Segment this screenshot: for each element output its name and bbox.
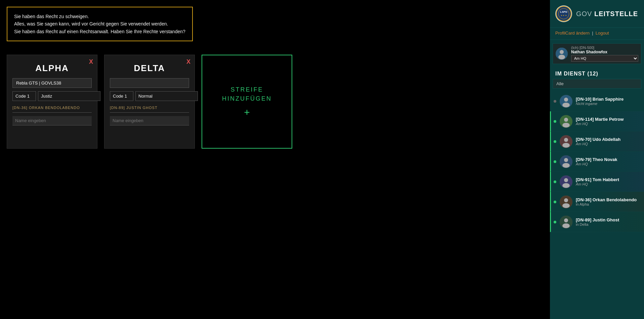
streife-card-delta: X DELTA [DN-89] JUSTIN GHOST xyxy=(104,55,195,149)
current-user-id-tag: (Ich) [DN-500] xyxy=(571,46,638,50)
svg-text:LSPD: LSPD xyxy=(560,10,567,13)
officer-avatar-dn79 xyxy=(560,155,572,168)
alpha-officer: [DN-36] ORKAN BENDOLABENDO xyxy=(12,106,92,113)
current-user-avatar xyxy=(556,48,568,60)
svg-point-21 xyxy=(562,183,570,188)
svg-point-11 xyxy=(564,118,568,122)
svg-text:★ ★ ★: ★ ★ ★ xyxy=(561,14,567,16)
miranda-line3: Sie haben das Recht auf einen Rechtsanwa… xyxy=(14,28,185,35)
sidebar-title-text: GOV LEITSTELLE xyxy=(576,10,638,18)
delta-officer: [DN-89] JUSTIN GHOST xyxy=(110,106,189,113)
officer-info-dn89: [DN-89] Justin Ghost in Delta xyxy=(576,217,641,226)
status-dot-dn89 xyxy=(554,221,556,223)
alle-filter-select[interactable]: Alle xyxy=(553,79,641,89)
svg-point-27 xyxy=(562,223,570,228)
officer-info-dn10: [DN-10] Brian Sapphire Nicht ingame xyxy=(576,97,641,106)
status-dot-dn91 xyxy=(554,180,556,183)
separator: | xyxy=(592,31,593,36)
sidebar-header: LSPD ★ ★ ★ GOV LEITSTELLE xyxy=(550,0,644,28)
delta-status-input[interactable] xyxy=(135,91,198,101)
alle-filter-wrap: Alle xyxy=(550,79,644,91)
svg-point-20 xyxy=(564,178,568,182)
officer-item-dn79[interactable]: [DN-79] Theo Novak Am HQ xyxy=(550,152,644,172)
svg-point-24 xyxy=(562,203,570,208)
logout-link[interactable]: Logout xyxy=(596,31,609,36)
officer-list: [DN-10] Brian Sapphire Nicht ingame [DN-… xyxy=(550,91,644,319)
officer-avatar-dn70 xyxy=(560,135,572,148)
add-streife-card[interactable]: STREIFE HINZUFÜGEN + xyxy=(202,55,292,149)
officer-avatar-dn91 xyxy=(560,175,572,188)
main-area: Sie haben das Recht zu schweigen. Alles,… xyxy=(0,0,550,319)
svg-point-17 xyxy=(564,158,568,162)
delta-title: DELTA xyxy=(110,63,189,73)
status-dot-dn114 xyxy=(554,120,556,123)
add-streife-title: STREIFE HINZUFÜGEN xyxy=(222,85,272,103)
status-dot-dn70 xyxy=(554,140,556,143)
close-delta-button[interactable]: X xyxy=(186,58,190,65)
gov-logo: LSPD ★ ★ ★ xyxy=(555,5,572,22)
officer-item-dn70[interactable]: [DN-70] Udo Abdellah Am HQ xyxy=(550,131,644,152)
delta-code-input[interactable] xyxy=(110,91,133,101)
profil-card-link[interactable]: ProfilCard ändern xyxy=(555,31,590,36)
add-streife-plus: + xyxy=(244,107,250,118)
alpha-title: ALPHA xyxy=(12,63,92,73)
streife-card-alpha: X ALPHA [DN-36] ORKAN BENDOLABENDO xyxy=(7,55,97,149)
officer-item-dn10[interactable]: [DN-10] Brian Sapphire Nicht ingame xyxy=(550,91,644,111)
svg-point-8 xyxy=(564,98,568,102)
delta-name-input[interactable] xyxy=(110,116,189,125)
officer-info-dn79: [DN-79] Theo Novak Am HQ xyxy=(576,157,641,166)
officer-item-dn91[interactable]: [DN-91] Tom Habbert Am HQ xyxy=(550,172,644,192)
alpha-code-input[interactable] xyxy=(12,91,36,101)
im-dienst-header: IM DIENST (12) xyxy=(550,67,644,79)
miranda-box: Sie haben das Recht zu schweigen. Alles,… xyxy=(7,7,193,41)
close-alpha-button[interactable]: X xyxy=(89,58,93,65)
officer-info-dn70: [DN-70] Udo Abdellah Am HQ xyxy=(576,137,641,146)
officer-info-dn36: [DN-36] Orkan Bendolabendo in Alpha xyxy=(576,197,641,206)
sidebar: LSPD ★ ★ ★ GOV LEITSTELLE ProfilCard änd… xyxy=(550,0,644,319)
streife-row: X ALPHA [DN-36] ORKAN BENDOLABENDO X DEL… xyxy=(7,55,543,149)
alpha-vehicle-input[interactable] xyxy=(12,78,92,88)
current-user-info: (Ich) [DN-500] Nathan Shadowfox Am HQ Im… xyxy=(571,46,638,62)
officer-info-dn114: [DN-114] Martie Petrow Am HQ xyxy=(576,117,641,126)
alpha-name-input[interactable] xyxy=(12,116,92,125)
officer-info-dn91: [DN-91] Tom Habbert Am HQ xyxy=(576,177,641,186)
sidebar-auth: ProfilCard ändern | Logout xyxy=(550,28,644,40)
status-dot-dn79 xyxy=(554,160,556,163)
status-dot-dn36 xyxy=(554,201,556,203)
current-user-name: Nathan Shadowfox xyxy=(571,50,638,54)
officer-avatar-dn89 xyxy=(560,216,572,228)
alpha-code-row xyxy=(12,91,92,101)
svg-point-23 xyxy=(564,198,568,202)
officer-item-dn36[interactable]: [DN-36] Orkan Bendolabendo in Alpha xyxy=(550,192,644,212)
officer-item-dn114[interactable]: [DN-114] Martie Petrow Am HQ xyxy=(550,111,644,131)
delta-code-row xyxy=(110,91,189,101)
svg-point-6 xyxy=(558,55,565,59)
delta-vehicle-input[interactable] xyxy=(110,78,189,88)
current-user-card: (Ich) [DN-500] Nathan Shadowfox Am HQ Im… xyxy=(553,43,641,64)
current-user-status-select[interactable]: Am HQ Im Dienst Nicht ingame xyxy=(571,55,638,62)
miranda-line2: Alles, was Sie sagen kann, wird vor Geri… xyxy=(14,20,185,28)
officer-item-dn89[interactable]: [DN-89] Justin Ghost in Delta xyxy=(550,212,644,232)
officer-avatar-dn36 xyxy=(560,196,572,208)
svg-point-26 xyxy=(564,218,568,222)
miranda-line1: Sie haben das Recht zu schweigen. xyxy=(14,13,185,20)
officer-avatar-dn10 xyxy=(560,95,572,108)
svg-point-12 xyxy=(562,123,570,127)
status-dot-dn10 xyxy=(554,100,556,103)
svg-point-5 xyxy=(560,50,564,54)
alpha-status-input[interactable] xyxy=(38,91,100,101)
svg-point-15 xyxy=(562,143,570,148)
officer-avatar-dn114 xyxy=(560,115,572,128)
svg-point-18 xyxy=(562,163,570,168)
svg-point-14 xyxy=(564,138,568,142)
svg-point-9 xyxy=(562,103,570,107)
svg-point-0 xyxy=(556,6,571,21)
